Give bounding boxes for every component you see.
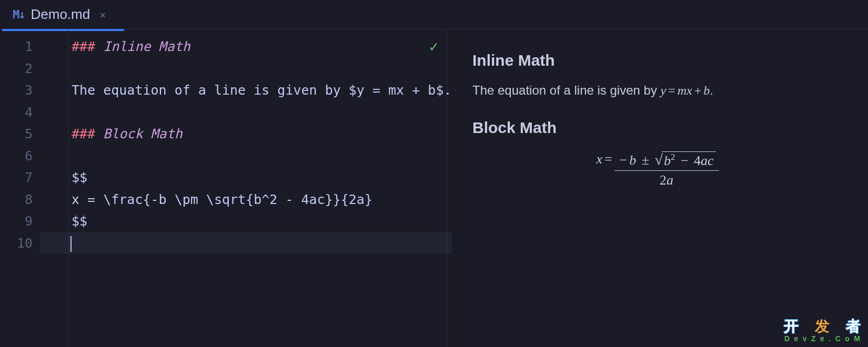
math-sqrt: √ b2 − 4ac (655, 151, 716, 169)
code-line[interactable] (72, 101, 452, 124)
tab-demo-md[interactable]: M↓ Demo.md × (0, 0, 116, 29)
line-number: 4 (0, 101, 40, 124)
code-line[interactable]: ### Block Math (72, 123, 452, 145)
code-line[interactable]: $$ (72, 167, 452, 189)
preview-heading-block-math: Block Math (472, 119, 843, 137)
preview-pane: Inline Math The equation of a line is gi… (447, 29, 868, 347)
preview-paragraph: The equation of a line is given by y=mx+… (472, 81, 843, 100)
tab-title: Demo.md (31, 6, 90, 23)
line-number: 9 (0, 210, 40, 232)
line-number: 6 (0, 145, 40, 167)
text-cursor (70, 236, 72, 252)
line-number-gutter: 12345678910 (0, 29, 40, 347)
line-number: 2 (0, 58, 40, 80)
line-number: 5 (0, 123, 40, 145)
code-line[interactable]: The equation of a line is given by $y = … (72, 79, 452, 101)
code-line[interactable] (72, 145, 452, 167)
code-line[interactable]: ### Inline Math (72, 36, 452, 58)
markdown-icon: M↓ (13, 8, 25, 21)
block-math: x = −b ± √ b2 − 4ac 2a (472, 151, 843, 188)
code-line[interactable]: x = \frac{-b \pm \sqrt{b^2 - 4ac}}{2a} (72, 189, 452, 211)
editor-pane[interactable]: 12345678910 ### Inline MathThe equation … (0, 29, 447, 347)
main-split: 12345678910 ### Inline MathThe equation … (0, 29, 868, 347)
code-line[interactable]: $$ (72, 210, 452, 232)
code-line[interactable] (40, 232, 452, 254)
code-editor[interactable]: ### Inline MathThe equation of a line is… (40, 29, 452, 347)
close-icon[interactable]: × (99, 8, 106, 21)
line-number: 1 (0, 36, 40, 58)
math-fraction: −b ± √ b2 − 4ac 2a (614, 151, 719, 188)
line-number: 8 (0, 189, 40, 211)
preview-heading-inline-math: Inline Math (472, 52, 843, 69)
inline-math: y=mx+b (661, 84, 710, 97)
preview-text: . (710, 83, 713, 97)
line-number: 7 (0, 167, 40, 189)
preview-text: The equation of a line is given by (472, 83, 661, 97)
line-number: 3 (0, 79, 40, 101)
code-line[interactable] (72, 58, 452, 80)
checkmark-icon: ✓ (429, 38, 438, 55)
tab-bar: M↓ Demo.md × (0, 0, 868, 29)
line-number: 10 (0, 232, 40, 254)
